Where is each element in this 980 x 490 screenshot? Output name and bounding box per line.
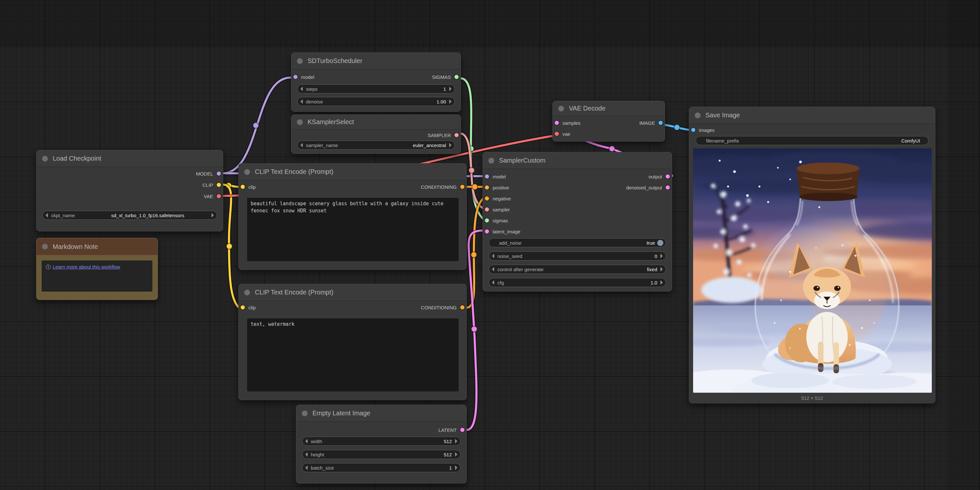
port-dot-vae[interactable] [555, 132, 559, 136]
widget-height[interactable]: height 512 [302, 450, 461, 459]
port-dot-model[interactable] [217, 171, 221, 176]
prev-option-arrow-icon[interactable] [301, 143, 303, 147]
next-option-arrow-icon[interactable] [212, 213, 214, 217]
output-port-sigmas[interactable]: SIGMAS [432, 75, 459, 80]
collapse-dot-icon[interactable] [244, 169, 250, 175]
port-dot-sampler[interactable] [485, 208, 489, 212]
port-dot-sigmas[interactable] [454, 75, 459, 79]
collapse-dot-icon[interactable] [488, 158, 494, 163]
node-titlebar[interactable]: Load Checkpoint [37, 150, 223, 167]
widget-sampler-name[interactable]: sampler_name euler_ancestral [297, 141, 455, 150]
port-dot-denoised-output[interactable] [666, 186, 670, 190]
decrement-arrow-icon[interactable] [305, 439, 308, 444]
decrement-arrow-icon[interactable] [301, 99, 303, 104]
input-port-clip[interactable]: clip [241, 305, 256, 310]
node-save-image[interactable]: Save Image images filename_prefix ComfyU… [689, 107, 935, 403]
node-ksamplerselect[interactable]: KSamplerSelect SAMPLER sampler_name eule… [291, 114, 461, 154]
input-port-model[interactable]: model [485, 174, 506, 179]
output-port-model[interactable]: MODEL [196, 171, 221, 176]
input-port-images[interactable]: images [691, 127, 714, 133]
node-markdown-note[interactable]: Markdown Note ⓘLearn more about this wor… [36, 238, 158, 300]
port-dot-positive[interactable] [485, 186, 489, 190]
port-dot-images[interactable] [691, 128, 695, 132]
widget-cfg[interactable]: cfg 1.0 [489, 278, 666, 287]
output-port-latent[interactable]: LATENT [439, 427, 465, 433]
input-port-model[interactable]: model [293, 75, 314, 80]
node-titlebar[interactable]: Markdown Note [37, 238, 158, 255]
widget-noise-seed[interactable]: noise_seed 0 [489, 252, 666, 260]
prompt-textarea[interactable]: text, watermark [247, 319, 459, 392]
node-titlebar[interactable]: CLIP Text Encode (Prompt) [239, 284, 466, 301]
widget-batch-size[interactable]: batch_size 1 [302, 463, 461, 472]
input-port-latent-image[interactable]: latent_image [485, 229, 520, 234]
node-sdturboscheduler[interactable]: SDTurboScheduler model SIGMAS steps 1 de… [291, 52, 461, 112]
decrement-arrow-icon[interactable] [301, 87, 303, 91]
output-port-vae[interactable]: VAE [204, 193, 221, 199]
node-empty-latent-image[interactable]: Empty Latent Image LATENT width 512 heig… [296, 405, 467, 484]
port-dot-clip[interactable] [217, 182, 221, 187]
increment-arrow-icon[interactable] [449, 87, 452, 91]
widget-filename-prefix[interactable]: filename_prefix ComfyUI [696, 136, 929, 145]
increment-arrow-icon[interactable] [455, 439, 457, 444]
collapse-dot-icon[interactable] [695, 113, 700, 118]
output-port-clip[interactable]: CLIP [202, 182, 221, 187]
link-midpoint-positive-conditioning[interactable] [472, 184, 478, 190]
widget-ckpt-name[interactable]: ckpt_name sd_xl_turbo_1.0_fp16.safetenso… [42, 211, 217, 220]
node-titlebar[interactable]: CLIP Text Encode (Prompt) [239, 163, 466, 180]
decrement-arrow-icon[interactable] [305, 465, 308, 470]
increment-arrow-icon[interactable] [449, 99, 452, 104]
port-dot-output[interactable] [666, 174, 670, 179]
widget-width[interactable]: width 512 [302, 437, 461, 446]
output-port-output[interactable]: output [649, 174, 670, 179]
output-port-sampler[interactable]: SAMPLER [428, 133, 459, 138]
node-titlebar[interactable]: SamplerCustom [483, 152, 672, 169]
port-dot-conditioning[interactable] [460, 185, 465, 189]
input-port-sampler[interactable]: sampler [485, 207, 510, 212]
input-port-clip[interactable]: clip [241, 184, 256, 190]
port-dot-sampler[interactable] [454, 133, 459, 137]
link-midpoint-model-to-scheduler[interactable] [253, 122, 259, 128]
collapse-dot-icon[interactable] [297, 58, 303, 64]
node-samplercustom[interactable]: SamplerCustom model output positive deno… [482, 152, 672, 292]
prev-option-arrow-icon[interactable] [492, 267, 494, 271]
port-dot-latent-image[interactable] [485, 230, 489, 234]
port-dot-clip[interactable] [241, 185, 245, 189]
widget-steps[interactable]: steps 1 [297, 84, 455, 94]
decrement-arrow-icon[interactable] [492, 280, 494, 285]
port-dot-samples[interactable] [555, 121, 559, 125]
increment-arrow-icon[interactable] [455, 452, 457, 457]
input-port-samples[interactable]: samples [555, 120, 581, 126]
port-dot-image[interactable] [659, 121, 663, 125]
node-titlebar[interactable]: Save Image [689, 107, 935, 124]
link-midpoint-latent-to-sampler[interactable] [471, 326, 477, 332]
link-midpoint-image-to-save[interactable] [674, 124, 680, 130]
node-clip-text-encode-positive[interactable]: CLIP Text Encode (Prompt) clip CONDITION… [239, 163, 467, 270]
port-dot-model[interactable] [293, 75, 298, 79]
workflow-help-link[interactable]: Learn more about this workflow [53, 264, 120, 270]
collapse-dot-icon[interactable] [42, 244, 48, 249]
increment-arrow-icon[interactable] [660, 280, 663, 285]
output-port-image[interactable]: IMAGE [640, 120, 663, 126]
node-titlebar[interactable]: Empty Latent Image [296, 405, 466, 422]
port-dot-model[interactable] [485, 174, 489, 179]
collapse-dot-icon[interactable] [558, 106, 564, 111]
collapse-dot-icon[interactable] [302, 411, 308, 416]
input-port-positive[interactable]: positive [485, 185, 509, 190]
node-titlebar[interactable]: KSamplerSelect [291, 115, 461, 130]
widget-add-noise[interactable]: add_noise true [489, 238, 666, 247]
prev-option-arrow-icon[interactable] [46, 213, 48, 217]
widget-control-after-generate[interactable]: control after generate fixed [489, 265, 666, 274]
port-dot-clip[interactable] [241, 305, 245, 310]
decrement-arrow-icon[interactable] [305, 452, 308, 457]
output-port-denoised-output[interactable]: denoised_output [626, 185, 670, 190]
next-option-arrow-icon[interactable] [449, 143, 452, 147]
increment-arrow-icon[interactable] [660, 254, 663, 258]
node-load-checkpoint[interactable]: Load Checkpoint MODEL CLIP VAE ckpt_name… [36, 150, 223, 232]
widget-denoise[interactable]: denoise 1.00 [297, 97, 455, 106]
link-midpoint-sampler-to-sampler[interactable] [469, 167, 474, 173]
node-titlebar[interactable]: VAE Decode [553, 101, 665, 116]
collapse-dot-icon[interactable] [297, 119, 303, 125]
node-vae-decode[interactable]: VAE Decode samples IMAGE vae [552, 101, 665, 141]
port-dot-negative[interactable] [485, 197, 489, 201]
input-port-vae[interactable]: vae [555, 131, 570, 137]
